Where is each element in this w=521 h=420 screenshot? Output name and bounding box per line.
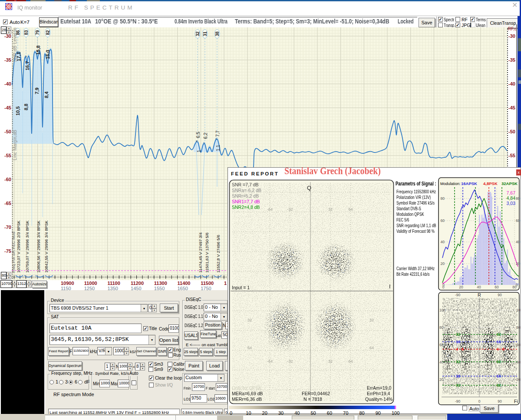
svg-text:-64: -64 <box>267 359 273 364</box>
svg-text:80: 80 <box>516 325 520 330</box>
svg-text:20: 20 <box>516 377 520 382</box>
svg-text:40: 40 <box>516 240 520 244</box>
svg-text:1,1: 1,1 <box>215 145 221 151</box>
svg-text:38: 38 <box>215 31 220 36</box>
svg-text:16,7: 16,7 <box>25 61 30 70</box>
svg-text:MERr=6,36 dB: MERr=6,36 dB <box>232 397 262 402</box>
svg-text:32: 32 <box>456 360 460 364</box>
svg-text:I: I <box>389 283 391 290</box>
svg-text:32: 32 <box>195 31 200 36</box>
svg-text:64: 64 <box>369 346 374 350</box>
svg-text:Quality=-14%: Quality=-14% <box>365 397 392 402</box>
svg-text:80: 80 <box>512 285 517 289</box>
svg-text:1: 1 <box>196 150 201 152</box>
svg-text:6,5: 6,5 <box>195 132 201 138</box>
svg-text:-90: -90 <box>455 399 461 403</box>
svg-text:11501,63 V 13750 5/6: 11501,63 V 13750 5/6 <box>204 232 209 273</box>
svg-text:15,8: 15,8 <box>36 46 41 55</box>
svg-text:60: 60 <box>516 218 520 223</box>
svg-text:82: 82 <box>46 30 50 35</box>
svg-text:100: 100 <box>516 308 520 312</box>
svg-text:7,67: 7,67 <box>507 190 516 195</box>
svg-text:7,7: 7,7 <box>215 130 220 137</box>
svg-text:60: 60 <box>441 218 445 223</box>
svg-text:FER=0,04462: FER=0,04462 <box>302 391 330 396</box>
svg-text:80: 80 <box>441 196 445 201</box>
svg-text:60: 60 <box>516 343 520 347</box>
svg-text:60: 60 <box>495 285 499 289</box>
svg-text:-32: -32 <box>287 207 293 212</box>
svg-text:16: 16 <box>456 374 460 378</box>
svg-text:32: 32 <box>328 359 333 364</box>
svg-text:60: 60 <box>439 343 444 347</box>
svg-text:64: 64 <box>247 346 252 350</box>
svg-text:40: 40 <box>516 360 520 364</box>
svg-text:SNR,dB: SNR,dB <box>12 46 17 62</box>
svg-text:4 - 8: 4 - 8 <box>456 347 464 351</box>
svg-text:Level,%: Level,% <box>12 28 17 44</box>
svg-text:20: 20 <box>459 285 463 289</box>
svg-text:SNR =7,7 dB: SNR =7,7 dB <box>232 182 259 187</box>
svg-text:32: 32 <box>328 207 333 212</box>
svg-text:32: 32 <box>497 360 501 364</box>
svg-text:16APSK: 16APSK <box>461 181 477 186</box>
svg-text:8,8: 8,8 <box>23 104 29 110</box>
svg-text:MERa=6,69 dB: MERa=6,69 dB <box>232 391 263 396</box>
svg-text:79: 79 <box>35 30 40 35</box>
svg-text:-32: -32 <box>287 359 293 364</box>
svg-text:6,2: 6,2 <box>203 132 208 139</box>
svg-text:R: R <box>478 292 481 298</box>
svg-text:SNR2=4,8 dB: SNR2=4,8 dB <box>232 205 260 210</box>
svg-text:Freq Pol SR FEC Mod: Freq Pol SR FEC Mod <box>12 232 16 273</box>
svg-text:32: 32 <box>456 332 460 337</box>
svg-text:31: 31 <box>203 31 208 36</box>
svg-text:16: 16 <box>456 340 460 344</box>
svg-text:ErrAm=19,0: ErrAm=19,0 <box>367 385 391 390</box>
svg-text:10842,55 V 29996 3/4 8PSK: 10842,55 V 29996 3/4 8PSK <box>44 220 49 273</box>
svg-text:64: 64 <box>348 359 353 364</box>
svg-text:90: 90 <box>498 399 502 403</box>
svg-text:4,8PSK: 4,8PSK <box>483 181 498 186</box>
svg-text:80: 80 <box>439 325 444 330</box>
svg-text:Modulation:: Modulation: <box>440 182 461 186</box>
svg-text:10806,56 V 29996 3/4 8PSK: 10806,56 V 29996 3/4 8PSK <box>36 220 41 273</box>
svg-text:20: 20 <box>516 261 520 266</box>
svg-text:32APSK: 32APSK <box>501 181 518 186</box>
svg-text:Q: Q <box>307 185 311 191</box>
svg-text:-90: -90 <box>455 293 461 297</box>
svg-text:SNRa=-6,2 dB: SNRa=-6,2 dB <box>232 188 261 193</box>
svg-text:N = 7818: N = 7818 <box>303 397 322 402</box>
svg-text:11474,45 V 27497 3/4: 11474,45 V 27497 3/4 <box>198 232 203 273</box>
svg-text:0: 0 <box>478 399 481 403</box>
svg-text:16: 16 <box>497 374 501 378</box>
svg-text:Fi: Fi <box>514 399 518 404</box>
svg-text:-64: -64 <box>267 207 273 212</box>
svg-text:80: 80 <box>516 196 520 201</box>
svg-text:32: 32 <box>497 383 501 387</box>
svg-text:32: 32 <box>369 318 374 322</box>
svg-text:40: 40 <box>439 360 444 364</box>
svg-text:32: 32 <box>456 383 460 387</box>
svg-text:8,4: 8,4 <box>44 91 49 98</box>
svg-text:Only for QPSK:: Only for QPSK: <box>232 385 263 390</box>
svg-text:40: 40 <box>477 285 481 289</box>
svg-text:4 - 8: 4 - 8 <box>497 347 505 351</box>
svg-text:3,03: 3,03 <box>507 201 516 206</box>
svg-text:20: 20 <box>439 377 444 382</box>
svg-text:11552,8 V 27496 5/6: 11552,8 V 27496 5/6 <box>216 235 221 273</box>
svg-text:83: 83 <box>24 30 29 35</box>
svg-text:ErrPh=19,4: ErrPh=19,4 <box>367 391 390 396</box>
svg-text:40: 40 <box>441 240 445 244</box>
svg-text:10759,07 V 29996 3/4 8PSK: 10759,07 V 29996 3/4 8PSK <box>25 220 30 273</box>
svg-text:32: 32 <box>247 318 252 322</box>
svg-text:4,84: 4,84 <box>507 195 516 201</box>
svg-text:0: 0 <box>442 285 445 289</box>
svg-text:64: 64 <box>348 207 353 212</box>
svg-text:32: 32 <box>497 332 501 337</box>
svg-text:SNRr=5,2 dB: SNRr=5,2 dB <box>232 193 259 198</box>
svg-text:7,9: 7,9 <box>34 88 40 94</box>
svg-text:10,5: 10,5 <box>15 106 20 116</box>
svg-text:10723,07 V 29996 2/3 8PSK: 10723,07 V 29996 2/3 8PSK <box>16 220 21 273</box>
svg-text:16: 16 <box>497 340 501 344</box>
svg-text:20: 20 <box>441 261 445 266</box>
